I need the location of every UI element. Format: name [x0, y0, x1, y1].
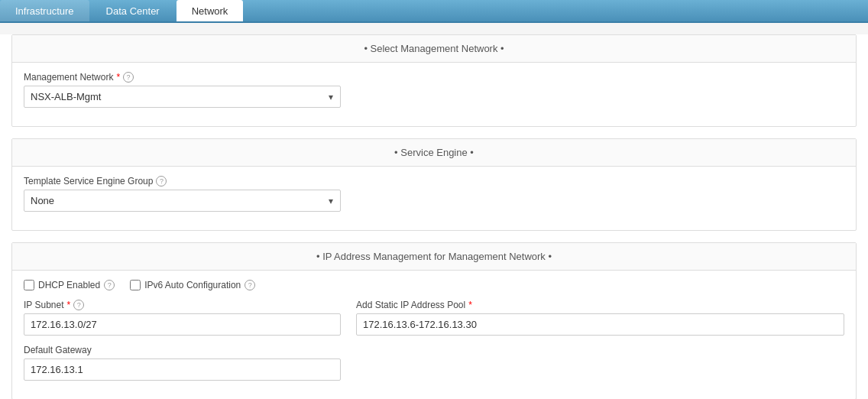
service-engine-section: • Service Engine • Template Service Engi… — [11, 138, 857, 231]
main-content: • Select Management Network • Management… — [0, 34, 868, 399]
ip-subnet-group: IP Subnet * ? — [24, 300, 341, 336]
tab-infrastructure[interactable]: Infrastructure — [0, 0, 89, 21]
dhcp-enabled-checkbox[interactable] — [24, 280, 34, 290]
service-engine-select-wrapper: None ▾ — [24, 190, 341, 212]
tab-network[interactable]: Network — [177, 0, 244, 21]
service-engine-body: Template Service Engine Group ? None ▾ — [12, 167, 856, 230]
ip-mgmt-section: • IP Address Management for Management N… — [11, 242, 857, 399]
static-pool-col: Add Static IP Address Pool * — [356, 300, 844, 345]
tab-data-center[interactable]: Data Center — [91, 0, 175, 21]
tab-bar: Infrastructure Data Center Network — [0, 0, 868, 23]
checkbox-row: DHCP Enabled ? IPv6 Auto Configuration ? — [24, 280, 844, 290]
default-gateway-label: Default Gateway — [24, 345, 844, 355]
ip-mgmt-header: • IP Address Management for Management N… — [12, 243, 856, 271]
dhcp-enabled-item[interactable]: DHCP Enabled ? — [24, 280, 115, 290]
management-network-body: Management Network * ? NSX-ALB-Mgmt ▾ — [12, 63, 856, 126]
default-gateway-group: Default Gateway — [24, 345, 844, 381]
ip-subnet-label: IP Subnet * ? — [24, 300, 341, 310]
ipv6-auto-label: IPv6 Auto Configuration — [144, 280, 241, 290]
ip-mgmt-body: DHCP Enabled ? IPv6 Auto Configuration ?… — [12, 271, 856, 399]
required-star-pool: * — [468, 300, 472, 310]
management-network-section: • Select Management Network • Management… — [11, 34, 857, 127]
management-network-group: Management Network * ? NSX-ALB-Mgmt ▾ — [24, 72, 844, 108]
management-network-header: • Select Management Network • — [12, 35, 856, 63]
help-icon-service-engine[interactable]: ? — [156, 176, 167, 187]
ipv6-auto-checkbox[interactable] — [130, 280, 141, 290]
ip-subnet-col: IP Subnet * ? — [24, 300, 341, 345]
help-icon-dhcp[interactable]: ? — [104, 280, 115, 290]
ip-subnet-input[interactable] — [24, 313, 341, 336]
help-icon-subnet[interactable]: ? — [73, 300, 84, 310]
service-engine-label: Template Service Engine Group ? — [24, 176, 844, 187]
static-pool-label: Add Static IP Address Pool * — [356, 300, 844, 310]
help-icon-management[interactable]: ? — [123, 72, 134, 83]
service-engine-header: • Service Engine • — [12, 139, 856, 167]
static-pool-group: Add Static IP Address Pool * — [356, 300, 844, 336]
dhcp-enabled-label: DHCP Enabled — [38, 280, 100, 290]
management-network-label: Management Network * ? — [24, 72, 844, 83]
service-engine-group: Template Service Engine Group ? None ▾ — [24, 176, 844, 212]
ip-fields-row: IP Subnet * ? Add Static IP Address Pool… — [24, 300, 844, 345]
ipv6-auto-item[interactable]: IPv6 Auto Configuration ? — [130, 280, 255, 290]
required-star-subnet: * — [67, 300, 71, 310]
static-pool-input[interactable] — [356, 313, 844, 336]
default-gateway-input[interactable] — [24, 358, 341, 381]
help-icon-ipv6[interactable]: ? — [245, 280, 255, 290]
management-network-select[interactable]: NSX-ALB-Mgmt — [24, 86, 341, 108]
management-network-select-wrapper: NSX-ALB-Mgmt ▾ — [24, 86, 341, 108]
service-engine-select[interactable]: None — [24, 190, 341, 212]
required-star: * — [116, 72, 120, 83]
